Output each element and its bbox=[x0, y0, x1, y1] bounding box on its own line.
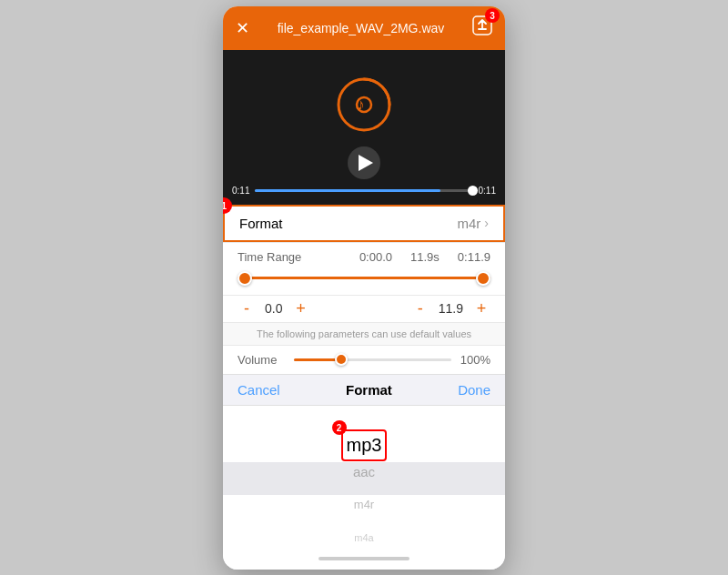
time-range-header: Time Range 0:00.0 11.9s 0:11.9 bbox=[238, 250, 490, 264]
time-range-values: 0:00.0 11.9s 0:11.9 bbox=[359, 250, 490, 264]
right-stepper-value: 11.9 bbox=[439, 301, 463, 316]
left-plus-button[interactable]: + bbox=[291, 299, 309, 318]
progress-track[interactable] bbox=[255, 189, 472, 192]
time-current: 0:11 bbox=[232, 186, 249, 196]
right-plus-button[interactable]: + bbox=[472, 299, 490, 318]
picker-item-aac[interactable]: aac bbox=[223, 456, 505, 489]
picker-cancel-button[interactable]: Cancel bbox=[238, 382, 280, 398]
stepper-left: - 0.0 + bbox=[238, 299, 309, 318]
range-fill bbox=[238, 277, 490, 279]
picker-item-mp3-container[interactable]: mp3 2 bbox=[223, 435, 505, 456]
stepper-right: - 11.9 + bbox=[411, 299, 490, 318]
range-slider[interactable] bbox=[238, 269, 490, 288]
share-step-badge: 3 bbox=[485, 8, 500, 23]
music-icon: ♪ bbox=[335, 76, 393, 134]
play-icon bbox=[359, 155, 373, 171]
time-range-start: 0:00.0 bbox=[359, 250, 392, 264]
time-total: 0:11 bbox=[479, 186, 496, 196]
picker-wheel[interactable]: mp3 2 aac m4r m4a bbox=[223, 406, 505, 551]
volume-label: Volume bbox=[238, 353, 285, 367]
time-range-mid: 11.9s bbox=[410, 250, 440, 264]
chevron-right-icon: › bbox=[484, 216, 489, 230]
progress-bar-container: 0:11 0:11 bbox=[223, 186, 505, 196]
picker-title: Format bbox=[346, 382, 392, 398]
volume-percent: 100% bbox=[460, 353, 490, 367]
stepper-row: - 0.0 + - 11.9 + bbox=[223, 295, 505, 322]
left-stepper-value: 0.0 bbox=[265, 301, 282, 316]
picker-step-badge: 2 bbox=[332, 420, 347, 435]
volume-slider[interactable] bbox=[294, 358, 451, 361]
controls-section: 1 Format m4r › Time Range 0:00.0 11.9s 0… bbox=[223, 205, 505, 551]
share-wrapper: 3 bbox=[472, 15, 492, 40]
default-notice: The following parameters can use default… bbox=[223, 322, 505, 345]
right-minus-button[interactable]: - bbox=[411, 299, 430, 318]
picker-done-button[interactable]: Done bbox=[458, 382, 490, 398]
player-area: ♪ 0:11 0:11 bbox=[223, 50, 505, 205]
time-range-end: 0:11.9 bbox=[458, 250, 490, 264]
volume-row: Volume 100% bbox=[223, 345, 505, 374]
range-track bbox=[238, 277, 490, 279]
progress-thumb bbox=[468, 186, 478, 196]
picker-selected-value: mp3 2 bbox=[347, 435, 382, 456]
close-button[interactable]: ✕ bbox=[236, 18, 249, 38]
format-current-value: m4r bbox=[457, 216, 480, 231]
left-minus-button[interactable]: - bbox=[238, 299, 256, 318]
home-indicator bbox=[223, 551, 505, 570]
volume-thumb[interactable] bbox=[335, 353, 348, 366]
range-thumb-left[interactable] bbox=[238, 271, 252, 286]
format-label: Format bbox=[239, 216, 283, 231]
picker-item-faded-above[interactable] bbox=[223, 406, 505, 436]
phone-container: ✕ file_example_WAV_2MG.wav 3 ♪ bbox=[223, 6, 505, 570]
format-row[interactable]: 1 Format m4r › bbox=[223, 205, 505, 242]
svg-text:♪: ♪ bbox=[357, 96, 365, 114]
picker-item-m4r[interactable]: m4r bbox=[223, 489, 505, 521]
format-value: m4r › bbox=[457, 216, 489, 231]
picker-item-m4a[interactable]: m4a bbox=[223, 521, 505, 551]
play-button[interactable] bbox=[348, 146, 380, 179]
time-range-label: Time Range bbox=[238, 250, 301, 264]
home-bar bbox=[318, 557, 410, 560]
picker-toolbar: Cancel Format Done bbox=[223, 374, 505, 406]
range-thumb-right[interactable] bbox=[476, 271, 490, 286]
header: ✕ file_example_WAV_2MG.wav 3 bbox=[223, 6, 505, 50]
header-title: file_example_WAV_2MG.wav bbox=[249, 21, 472, 35]
progress-fill bbox=[255, 189, 440, 192]
time-range-row: Time Range 0:00.0 11.9s 0:11.9 bbox=[223, 242, 505, 295]
